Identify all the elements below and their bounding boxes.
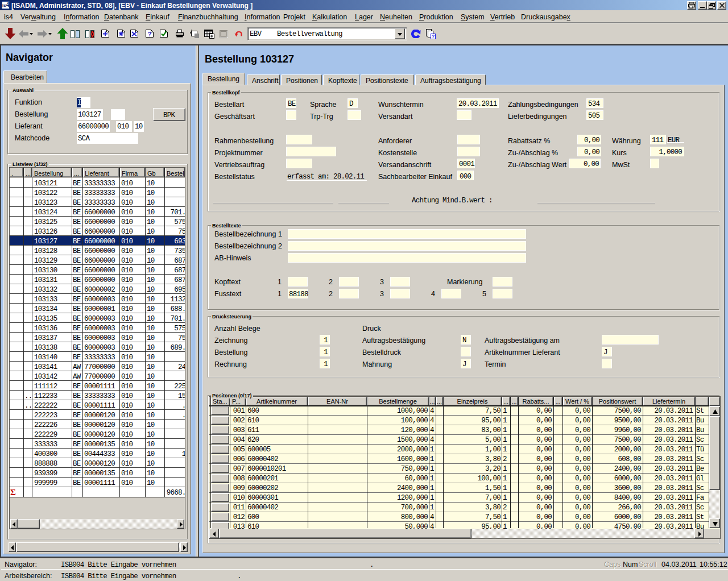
svg-text:?: ?	[432, 34, 435, 39]
svg-text:?: ?	[148, 31, 152, 38]
